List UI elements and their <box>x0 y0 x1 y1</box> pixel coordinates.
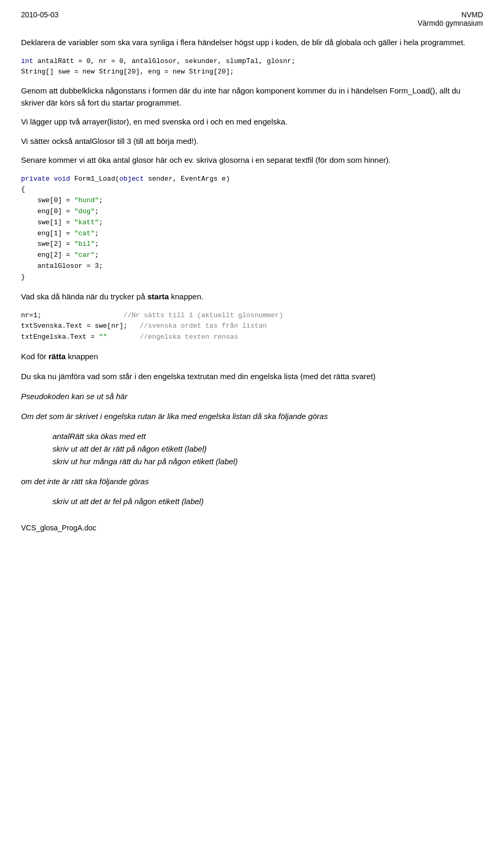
keyword-object: object <box>119 175 144 183</box>
pseudokod-heading: Pseudokoden kan se ut så här <box>21 390 483 403</box>
code-line2-text: String[] swe = new String[20], eng = new… <box>21 68 234 76</box>
header-school: NVMD Värmdö gymnasium <box>418 11 484 27</box>
intro-paragraph-2: Genom att dubbelklicka någonstans i form… <box>21 85 483 109</box>
code2-params: sender, <box>144 175 181 183</box>
page-header: 2010-05-03 NVMD Värmdö gymnasium <box>21 11 483 27</box>
string-car: "car" <box>74 251 94 259</box>
footer: VCS_glosa_ProgA.doc <box>21 524 483 532</box>
code-block-starta: nr=1; //Nr sätts till 1 (aktuellt glosnu… <box>21 310 483 343</box>
code2-eventargs: EventArgs e) <box>181 175 230 183</box>
footer-filename: VCS_glosa_ProgA.doc <box>21 524 96 532</box>
starta-bold: starta <box>148 292 169 301</box>
pseudokod-indent-2: skriv ut att det är rätt på någon etiket… <box>52 443 483 455</box>
string-cat: "cat" <box>74 229 94 237</box>
starta-heading: Vad ska då hända när du trycker på start… <box>21 290 483 303</box>
string-bil: "bil" <box>74 240 94 248</box>
keyword-private: private <box>21 175 50 183</box>
starta-post-text: knappen. <box>169 292 204 301</box>
ratta-bold: rätta <box>49 352 66 361</box>
ratta-body: Du ska nu jämföra vad som står i den eng… <box>21 370 483 383</box>
code-line1-text: antalRätt = 0, nr = 0, antalGlosor, seku… <box>33 57 295 65</box>
header-date: 2010-05-03 <box>21 11 59 27</box>
intro-paragraph-1: Deklarera de variabler som ska vara synl… <box>21 37 483 49</box>
pseudokod-indent-group: antalRätt ska ökas med ett skriv ut att … <box>52 430 483 468</box>
code-block-1: int antalRätt = 0, nr = 0, antalGlosor, … <box>21 56 483 78</box>
pseudokod-else-text: om det inte är rätt ska följande göras <box>21 475 483 488</box>
string-empty: "" <box>99 333 107 341</box>
keyword-int: int <box>21 57 33 65</box>
pseudokod-if-text: Om det som är skrivet i engelska rutan ä… <box>21 410 483 423</box>
ratta-post: knappen <box>66 352 98 361</box>
ratta-heading: Kod för rätta knappen <box>21 350 483 363</box>
code-block-form1-load: private void Form1_Load(object sender, E… <box>21 174 483 283</box>
pseudokod-heading-italic: Pseudokoden kan se ut så här <box>21 392 128 401</box>
intro-paragraph-3: Vi lägger upp två arrayer(listor), en me… <box>21 116 483 128</box>
keyword-void: void <box>54 175 70 183</box>
pseudokod-else-indent: skriv ut att det är fel på någon etikett… <box>52 495 483 508</box>
pseudokod-indent-4: skriv ut att det är fel på någon etikett… <box>52 495 483 508</box>
pseudokod-indent-1: antalRätt ska ökas med ett <box>52 430 483 443</box>
comment-svenska: //svenska ordet tas från listan <box>140 322 267 330</box>
intro-paragraph-4: Vi sätter också antalGlosor till 3 (till… <box>21 135 483 148</box>
starta-pre-text: Vad ska då hända när du trycker på <box>21 292 148 301</box>
school-name-line2: Värmdö gymnasium <box>418 19 484 27</box>
string-dog: "dog" <box>74 207 94 215</box>
school-name-line1: NVMD <box>461 11 483 19</box>
comment-engelska: //engelska texten rensas <box>140 333 238 341</box>
pseudokod-indent-3: skriv ut hur många rätt du har på någon … <box>52 455 483 468</box>
string-katt: "katt" <box>74 218 99 226</box>
string-hund: "hund" <box>74 196 99 204</box>
ratta-pre: Kod för <box>21 352 49 361</box>
method-name: Form1_Load( <box>74 175 119 183</box>
intro-paragraph-5: Senare kommer vi att öka antal glosor hä… <box>21 154 483 166</box>
comment-nr: //Nr sätts till 1 (aktuellt glosnummer) <box>123 311 283 319</box>
